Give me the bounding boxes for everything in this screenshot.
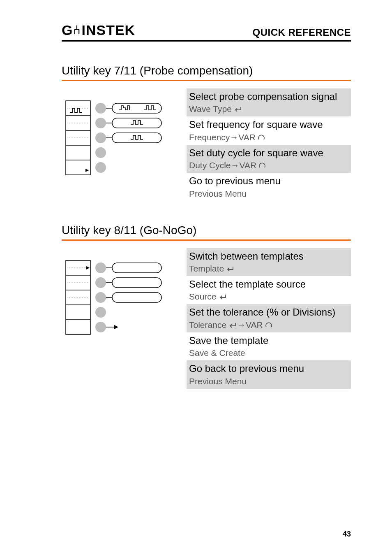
desc-row: Save the template Save & Create [187,332,351,360]
svg-marker-8 [85,169,89,172]
svg-rect-41 [112,293,161,302]
desc-title: Go to previous menu [189,174,348,188]
section-heading: Utility key 7/11 (Probe compensation) [62,64,351,81]
svg-point-9 [95,103,106,114]
knob-icon [258,162,266,169]
svg-point-10 [95,118,106,128]
svg-point-11 [95,132,106,143]
desc-row: Select the template source Source [187,276,351,304]
desc-action: Previous Menu [189,376,348,386]
page-number: 43 [343,530,351,539]
svg-point-33 [95,322,106,332]
description-list-7-11: Select probe compensation signal Wave Ty… [187,88,351,201]
svg-rect-40 [112,278,161,288]
desc-action: Save & Create [189,348,348,358]
desc-title: Set duty cycle for square wave [189,146,348,160]
svg-marker-38 [114,325,118,329]
desc-action: Wave Type [189,104,348,114]
desc-action: Previous Menu [189,189,348,199]
knob-icon [257,134,265,141]
diagram-probe-compensation [62,88,177,179]
desc-row: Go back to previous menu Previous Menu [187,360,351,388]
desc-title: Set frequency for square wave [189,118,348,131]
desc-row: Set the tolerance (% or Divisions) Toler… [187,304,351,332]
svg-point-12 [95,147,106,158]
section-utility-8-11: Utility key 8/11 (Go-NoGo) [62,224,351,389]
desc-action: Tolerance→VAR [189,320,348,330]
svg-point-29 [95,262,106,273]
desc-row: Set duty cycle for square wave Duty Cycl… [187,145,351,173]
desc-action: Duty Cycle→VAR [189,160,348,170]
svg-point-30 [95,277,106,288]
desc-row: Set frequency for square wave Frequency→… [187,116,351,144]
enter-icon [226,266,235,272]
desc-title: Save the template [189,334,348,347]
svg-point-32 [95,307,106,318]
desc-title: Go back to previous menu [189,362,348,375]
section-label: QUICK REFERENCE [252,27,351,38]
desc-row: Switch between templates Template [187,248,351,276]
desc-action: Template [189,264,348,274]
desc-title: Select the template source [189,278,348,291]
desc-row: Go to previous menu Previous Menu [187,173,351,201]
brand-logo: G⑃INSTEK [62,22,135,38]
diagram-go-nogo [62,248,177,339]
enter-icon [228,322,237,329]
description-list-8-11: Switch between templates Template Select… [187,248,351,389]
desc-title: Switch between templates [189,250,348,263]
section-heading: Utility key 8/11 (Go-NoGo) [62,224,351,241]
svg-point-13 [95,162,106,173]
desc-title: Select probe compensation signal [189,90,348,103]
enter-icon [218,294,227,300]
svg-rect-18 [112,118,161,128]
svg-point-31 [95,292,106,303]
svg-rect-17 [112,103,161,113]
desc-action: Frequency→VAR [189,132,348,142]
knob-icon [265,321,273,329]
svg-rect-39 [112,263,161,273]
brand-sep-icon: ⑃ [73,23,81,37]
brand-rest: INSTEK [81,22,135,38]
desc-action: Source [189,292,348,302]
brand-g: G [62,22,73,38]
page-header: G⑃INSTEK QUICK REFERENCE [62,22,351,42]
desc-row: Select probe compensation signal Wave Ty… [187,88,351,116]
svg-rect-19 [112,133,161,143]
enter-icon [233,106,242,113]
desc-title: Set the tolerance (% or Divisions) [189,306,348,319]
svg-marker-28 [86,266,90,269]
section-utility-7-11: Utility key 7/11 (Probe compensation) [62,64,351,201]
